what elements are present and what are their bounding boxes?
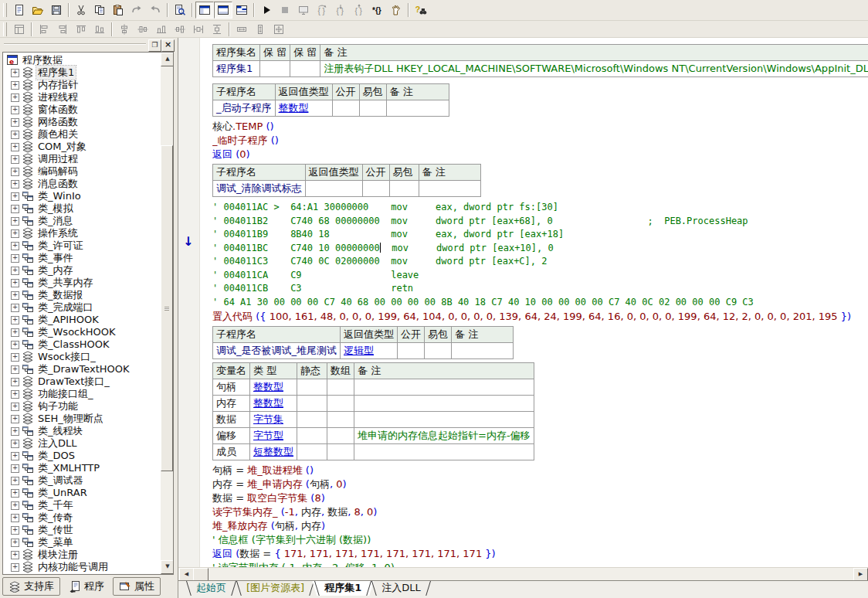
window-layout-2-button[interactable] [214,2,232,19]
cut-button[interactable] [72,2,90,19]
table-cell[interactable]: 调试_是否被调试_堆尾测试 [213,343,341,359]
code-line[interactable]: 置入代码 ({ 100, 161, 48, 0, 0, 0, 199, 64, … [212,310,868,324]
table-cell[interactable] [290,61,320,77]
open-file-button[interactable] [29,2,47,19]
code-line[interactable]: ' 004011C3 C740 0C 02000000 mov dword pt… [212,255,868,269]
save-button[interactable] [47,2,66,19]
tree-item[interactable]: +类_ClassHOOK [5,338,159,351]
expand-icon[interactable]: + [11,155,19,164]
run-button[interactable] [257,2,276,19]
paste-button[interactable] [109,2,127,19]
code-line[interactable]: 核心.TEMP () [212,120,868,134]
expand-icon[interactable]: + [11,291,19,300]
tree-item[interactable]: +SEH_物理断点 [5,413,159,425]
expand-icon[interactable]: + [11,464,19,473]
table-cell[interactable]: 数据 [213,412,250,428]
table-cell[interactable]: 注册表钩子DLL HKEY_LOCAL_MACHINE\SOFTWARE\Mic… [320,61,868,77]
table-cell[interactable] [297,428,327,444]
tree-item[interactable]: +钩子功能 [5,400,159,413]
tree-root-item[interactable]: e程序数据 [5,54,159,66]
tree-item[interactable]: +类_模拟 [5,202,159,215]
tree-item[interactable]: +类_许可证 [5,240,159,252]
table-cell[interactable] [386,100,449,117]
expand-icon[interactable]: + [11,242,19,250]
tree-item[interactable]: +编码解码 [5,165,159,178]
tree-item[interactable]: +类_XMLHTTP [5,462,159,474]
tree-item[interactable]: +DrawText接口_ [5,375,159,388]
table-cell[interactable]: 整数型 [250,379,297,396]
code-line[interactable]: ' 信息框 (字节集到十六进制 (数据)) [212,533,868,547]
code-line[interactable]: 数据 = 取空白字节集 (8) [212,491,868,505]
expand-icon[interactable]: + [11,489,19,498]
expand-icon[interactable]: + [11,440,19,448]
table-cell[interactable] [305,181,362,197]
table-cell[interactable]: 字节集 [250,412,297,428]
tree-item[interactable]: +类_WsockHOOK [5,326,159,338]
expand-icon[interactable]: + [11,279,19,287]
tree-item[interactable]: +颜色相关 [5,128,159,141]
expand-icon[interactable]: + [11,501,19,510]
pan-hand-button[interactable] [387,2,405,19]
tree-item[interactable]: +操作系统 [5,227,159,240]
expand-icon[interactable]: + [11,365,19,374]
panel-tab-program[interactable]: 程序 [63,577,110,596]
code-line[interactable]: _临时子程序 () [212,134,868,148]
code-line[interactable]: 读字节集内存_ (-1, 内存, 数据, 8, 0) [212,505,868,519]
expand-icon[interactable]: + [11,353,19,362]
table-cell[interactable] [297,396,327,412]
table-cell[interactable]: 偏移 [213,428,250,444]
tree-item[interactable]: +调用过程 [5,153,159,165]
tree-item[interactable]: +类_菜单 [5,536,159,549]
help-find-button[interactable]: ? [412,2,430,19]
code-line[interactable]: 返回 (数据 = { 171, 171, 171, 171, 171, 171,… [212,547,868,561]
table-cell[interactable] [297,379,327,396]
tree-item[interactable]: +进程线程 [5,91,159,104]
table-cell[interactable] [327,396,354,412]
scrollbar-thumb[interactable] [161,145,173,471]
close-panel-button[interactable]: × [161,39,175,52]
expand-icon[interactable]: + [11,514,19,522]
code-line[interactable]: 句柄 = 堆_取进程堆 () [212,464,868,477]
code-line[interactable]: ' 004011B2 C740 68 00000000 mov dword pt… [212,215,868,229]
expand-icon[interactable]: + [11,131,19,139]
toolbar-grip[interactable] [3,3,7,17]
expand-icon[interactable]: + [11,217,19,226]
tree-scrollbar[interactable]: ▲ ▼ [161,53,173,574]
tree-item[interactable]: +类_UnRAR [5,487,159,499]
table-cell[interactable] [425,343,452,359]
table-cell[interactable] [362,181,389,197]
tree-item[interactable]: +类_消息 [5,215,159,227]
table-cell[interactable]: 内存 [213,396,250,412]
expand-icon[interactable]: + [11,168,19,176]
tree-item[interactable]: +网络函数 [5,116,159,128]
window-layout-3-button[interactable] [232,2,251,19]
tree-item[interactable]: +类_完成端口 [5,301,159,314]
table-cell[interactable] [398,343,425,359]
horizontal-scrollbar[interactable]: ◀ ▶ [178,567,868,581]
expand-icon[interactable]: + [11,93,19,102]
table-cell[interactable]: _启动子程序 [213,100,276,117]
tree-item[interactable]: +注入DLL [5,437,159,450]
expand-icon[interactable]: + [11,267,19,275]
table-cell[interactable] [359,100,386,117]
code-line[interactable]: ' 004011CA C9 leave [212,269,868,283]
table-cell[interactable]: 整数型 [275,100,332,117]
tree-item[interactable]: +类_DOS [5,450,159,462]
code-line[interactable]: 堆_释放内存 (句柄, 内存) [212,519,868,533]
table-cell[interactable]: 堆申请的内存信息起始指针=内存-偏移 [354,428,534,444]
tree-item[interactable]: +消息函数 [5,178,159,190]
expand-icon[interactable]: + [11,316,19,324]
expand-icon[interactable]: + [11,415,19,423]
table-cell[interactable] [354,379,534,396]
tree-item[interactable]: +内核功能号调用 [5,561,159,573]
expand-icon[interactable]: + [11,427,19,436]
table-cell[interactable] [452,343,514,359]
expand-icon[interactable]: + [11,526,19,535]
table-cell[interactable] [327,444,354,460]
code-line[interactable]: ' 004011AC > 64:A1 30000000 mov eax, dwo… [212,201,868,215]
table-cell[interactable] [297,444,327,460]
code-line[interactable]: ' 64 A1 30 00 00 00 C7 40 68 00 00 00 00… [212,296,868,310]
tree-item[interactable]: +COM_对象 [5,141,159,153]
new-file-button[interactable] [10,2,29,19]
tree-item[interactable]: +类_线程块 [5,425,159,437]
